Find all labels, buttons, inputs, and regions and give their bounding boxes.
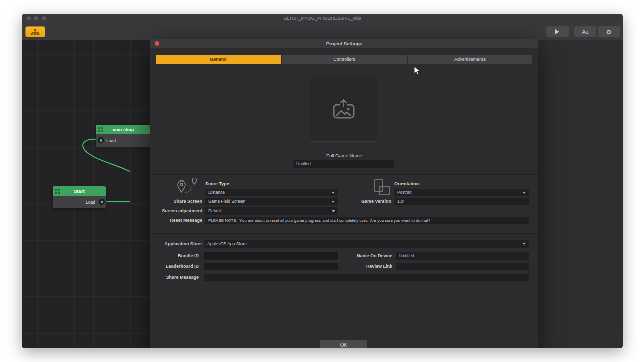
dropdown-caret-icon bbox=[523, 243, 526, 245]
window-title: GLTCH_MYOG_PROGRESSIVE_vid9 bbox=[22, 14, 623, 23]
play-icon bbox=[555, 29, 559, 34]
dialog-tabs: General Controllers Advertisements bbox=[156, 55, 532, 64]
orientation-dropdown[interactable]: Portrait bbox=[394, 189, 529, 196]
reset-message-input[interactable] bbox=[205, 217, 529, 224]
load-port[interactable] bbox=[99, 199, 105, 205]
node-tree-icon bbox=[31, 29, 40, 35]
orientation-icon bbox=[374, 179, 391, 195]
share-message-input[interactable] bbox=[204, 274, 529, 281]
review-link-input[interactable] bbox=[396, 263, 529, 270]
tab-controllers[interactable]: Controllers bbox=[282, 55, 407, 64]
node-grid-icon bbox=[55, 189, 60, 194]
app-window: GLTCH_MYOG_PROGRESSIVE_vid9 Aa ⚙ bbox=[22, 14, 623, 348]
game-icon-upload[interactable] bbox=[310, 75, 377, 142]
tab-general[interactable]: General bbox=[156, 55, 281, 64]
share-message-label: Share Message bbox=[150, 274, 199, 281]
node-title: coin shop bbox=[113, 127, 134, 132]
play-button[interactable] bbox=[546, 26, 569, 37]
distance-pins-icon bbox=[176, 178, 199, 197]
dialog-titlebar: Project Settings bbox=[150, 39, 538, 48]
divider bbox=[151, 174, 537, 175]
dropdown-caret-icon bbox=[332, 192, 335, 194]
load-port[interactable] bbox=[98, 137, 104, 143]
node-coin-shop-body: Load bbox=[96, 134, 151, 147]
share-screen-dropdown[interactable]: Game Field Screen bbox=[205, 198, 338, 205]
bundle-id-label: Bundle ID bbox=[150, 252, 199, 260]
score-type-dropdown[interactable]: Distance bbox=[205, 189, 338, 196]
name-on-device-label: Name On Device bbox=[344, 252, 392, 260]
port-label: Load bbox=[106, 138, 116, 143]
game-version-input[interactable] bbox=[394, 198, 529, 205]
full-game-name-label: Full Game Name bbox=[150, 153, 538, 158]
dropdown-caret-icon bbox=[332, 201, 335, 203]
node-coin-shop[interactable]: coin shop Load bbox=[96, 125, 151, 147]
review-link-label: Review Link bbox=[344, 263, 392, 270]
node-start[interactable]: Start Load bbox=[53, 186, 106, 208]
divider bbox=[151, 233, 537, 234]
dropdown-caret-icon bbox=[523, 192, 526, 194]
node-title: Start bbox=[74, 189, 85, 194]
mindmap-button[interactable] bbox=[25, 26, 45, 37]
node-grid-icon bbox=[98, 127, 103, 132]
node-start-body: Load bbox=[53, 196, 106, 208]
share-screen-label: Share Screen bbox=[150, 198, 202, 205]
name-on-device-input[interactable] bbox=[396, 252, 529, 260]
tab-advertisements[interactable]: Advertisements bbox=[408, 55, 532, 64]
node-start-header[interactable]: Start bbox=[53, 186, 106, 196]
dialog-title: Project Settings bbox=[150, 39, 538, 48]
score-type-label: Score Type: bbox=[205, 181, 231, 186]
text-tool-label: Aa bbox=[582, 29, 589, 35]
leaderboard-id-label: Leaderboard ID bbox=[150, 263, 199, 270]
leaderboard-id-input[interactable] bbox=[204, 263, 338, 270]
bundle-id-input[interactable] bbox=[204, 252, 338, 260]
ok-button[interactable]: OK bbox=[320, 340, 367, 348]
reset-message-label: Reset Message bbox=[150, 217, 202, 224]
port-label: Load bbox=[86, 200, 95, 205]
text-tool-button[interactable]: Aa bbox=[574, 26, 596, 37]
toolbar: Aa ⚙ bbox=[22, 23, 623, 40]
window-titlebar: GLTCH_MYOG_PROGRESSIVE_vid9 bbox=[22, 14, 623, 23]
project-settings-dialog: Project Settings General Controllers Adv… bbox=[150, 39, 538, 348]
game-version-label: Game Version bbox=[342, 198, 391, 205]
image-upload-icon bbox=[332, 97, 355, 120]
full-game-name-input[interactable] bbox=[293, 160, 394, 168]
settings-button[interactable]: ⚙ bbox=[598, 26, 620, 37]
screen-adjustment-label: Screen adjustment bbox=[150, 207, 202, 215]
dropdown-caret-icon bbox=[332, 210, 335, 212]
screen-adjustment-dropdown[interactable]: Default bbox=[205, 207, 338, 215]
application-store-dropdown[interactable]: Apple iOS App Store bbox=[204, 240, 529, 248]
mouse-cursor bbox=[414, 66, 420, 75]
orientation-label: Orientation: bbox=[394, 181, 420, 186]
application-store-label: Application Store bbox=[150, 240, 202, 248]
node-coin-shop-header[interactable]: coin shop bbox=[96, 125, 151, 134]
gear-icon: ⚙ bbox=[606, 28, 612, 36]
